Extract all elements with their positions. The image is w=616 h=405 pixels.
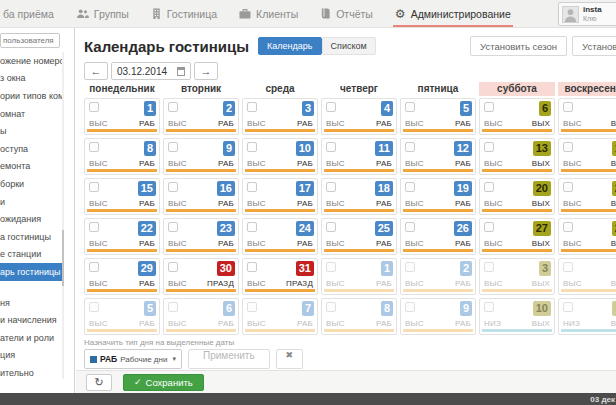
clear-selection-button[interactable]: ✖ — [276, 349, 304, 369]
day-checkbox[interactable] — [326, 222, 336, 232]
sidebar-item[interactable]: арь гостиницы — [0, 263, 62, 281]
day-checkbox[interactable] — [89, 142, 99, 152]
nav-item-groups[interactable]: Группы — [65, 0, 140, 28]
view-calendar-button[interactable]: Календарь — [258, 37, 321, 55]
nav-item-reception[interactable]: ба приёма — [0, 0, 65, 28]
day-checkbox[interactable] — [484, 182, 494, 192]
day-checkbox[interactable] — [168, 182, 178, 192]
view-list-button[interactable]: Списком — [322, 37, 376, 55]
day-checkbox[interactable] — [563, 262, 573, 272]
day-checkbox[interactable] — [247, 182, 257, 192]
day-checkbox[interactable] — [247, 222, 257, 232]
refresh-button[interactable]: ↻ — [86, 374, 112, 391]
calendar-day-cell[interactable]: 28ВЫСВЫХ — [558, 218, 616, 255]
calendar-day-cell[interactable]: 29ВЫСРАБ — [84, 258, 160, 295]
day-checkbox[interactable] — [326, 302, 336, 312]
user-filter-input[interactable]: пользователя — [0, 33, 60, 48]
day-checkbox[interactable] — [563, 102, 573, 112]
sidebar-item[interactable]: омнат — [0, 105, 62, 123]
day-checkbox[interactable] — [89, 302, 99, 312]
user-account-box[interactable]: insta Клю — [558, 2, 616, 26]
day-checkbox[interactable] — [484, 222, 494, 232]
day-checkbox[interactable] — [484, 142, 494, 152]
calendar-day-cell[interactable]: 13ВЫСВЫХ — [479, 138, 555, 175]
day-checkbox[interactable] — [563, 142, 573, 152]
calendar-day-cell[interactable]: 21ВЫСВЫХ — [558, 178, 616, 215]
sidebar-item[interactable]: ожидания — [0, 210, 62, 228]
calendar-icon[interactable] — [177, 67, 185, 76]
calendar-day-cell[interactable]: 8ВЫСРАБ — [321, 298, 397, 335]
sidebar-item[interactable]: и — [0, 193, 62, 211]
calendar-day-cell[interactable]: 12ВЫСРАБ — [400, 138, 476, 175]
calendar-day-cell[interactable]: 23ВЫСРАБ — [163, 218, 239, 255]
calendar-day-cell[interactable]: 5ВЫСРАБ — [400, 98, 476, 135]
prev-arrow-button[interactable]: ← — [84, 62, 108, 80]
calendar-day-cell[interactable]: 7ВЫСРАБ — [242, 298, 318, 335]
calendar-day-cell[interactable]: 11НИЗВЫХ — [558, 298, 616, 335]
day-checkbox[interactable] — [484, 302, 494, 312]
save-button[interactable]: ✓ Сохранить — [123, 374, 204, 391]
day-checkbox[interactable] — [326, 102, 336, 112]
nav-item-clients[interactable]: Клиенты — [228, 0, 309, 28]
set-daytype-button[interactable]: Установить т — [572, 36, 616, 56]
calendar-day-cell[interactable]: 15ВЫСРАБ — [84, 178, 160, 215]
calendar-day-cell[interactable]: 24ВЫСРАБ — [242, 218, 318, 255]
calendar-day-cell[interactable]: 14ВЫСВЫХ — [558, 138, 616, 175]
calendar-day-cell[interactable]: 6ВЫСРАБ — [163, 298, 239, 335]
calendar-day-cell[interactable]: 10ВЫСРАБ — [242, 138, 318, 175]
sidebar-item[interactable]: емонта — [0, 158, 62, 176]
sidebar-item[interactable]: з окна — [0, 70, 62, 88]
day-checkbox[interactable] — [405, 102, 415, 112]
calendar-day-cell[interactable]: 20ВЫСВЫХ — [479, 178, 555, 215]
calendar-day-cell[interactable]: 16ВЫСРАБ — [163, 178, 239, 215]
calendar-day-cell[interactable]: 9ВЫСРАБ — [163, 138, 239, 175]
calendar-day-cell[interactable]: 7ВЫСВЫХ — [558, 98, 616, 135]
calendar-day-cell[interactable]: 31ВЫСПРАЗД — [242, 258, 318, 295]
sidebar-item[interactable]: оступа — [0, 140, 62, 158]
day-checkbox[interactable] — [405, 302, 415, 312]
calendar-day-cell[interactable]: 2ВЫСРАБ — [163, 98, 239, 135]
calendar-day-cell[interactable]: 25ВЫСРАБ — [321, 218, 397, 255]
day-checkbox[interactable] — [168, 302, 178, 312]
sidebar-item[interactable]: и начисления — [0, 311, 62, 329]
day-checkbox[interactable] — [168, 102, 178, 112]
calendar-day-cell[interactable]: 17ВЫСРАБ — [242, 178, 318, 215]
sidebar-item[interactable]: ы — [0, 122, 62, 140]
calendar-day-cell[interactable]: 19ВЫСРАБ — [400, 178, 476, 215]
sidebar-scrollbar-thumb[interactable] — [62, 230, 64, 286]
calendar-day-cell[interactable]: 30ВЫСПРАЗД — [163, 258, 239, 295]
day-checkbox[interactable] — [405, 222, 415, 232]
calendar-day-cell[interactable]: 2ВЫСРАБ — [400, 258, 476, 295]
sidebar-item[interactable]: ительно — [0, 364, 62, 382]
calendar-day-cell[interactable]: 27ВЫСВЫХ — [479, 218, 555, 255]
sidebar-item[interactable]: ории типов комн... — [0, 87, 62, 105]
day-checkbox[interactable] — [89, 102, 99, 112]
calendar-day-cell[interactable]: 5ВЫСРАБ — [84, 298, 160, 335]
day-checkbox[interactable] — [405, 142, 415, 152]
nav-item-hotel[interactable]: Гостиница — [140, 0, 228, 28]
set-season-button[interactable]: Установить сезон — [470, 36, 567, 56]
nav-item-admin[interactable]: ⚙Администрирование — [384, 0, 522, 28]
calendar-day-cell[interactable]: 3ВЫСВЫХ — [479, 258, 555, 295]
sidebar-item[interactable]: ожение номеров — [0, 52, 62, 70]
sidebar-item[interactable]: а гостиницы — [0, 228, 62, 246]
day-checkbox[interactable] — [405, 262, 415, 272]
day-checkbox[interactable] — [168, 222, 178, 232]
day-checkbox[interactable] — [247, 302, 257, 312]
day-checkbox[interactable] — [563, 182, 573, 192]
day-checkbox[interactable] — [484, 102, 494, 112]
calendar-day-cell[interactable]: 22ВЫСРАБ — [84, 218, 160, 255]
calendar-day-cell[interactable]: 26ВЫСРАБ — [400, 218, 476, 255]
day-checkbox[interactable] — [326, 142, 336, 152]
day-checkbox[interactable] — [168, 142, 178, 152]
calendar-day-cell[interactable]: 9ВЫСРАБ — [400, 298, 476, 335]
sidebar-item[interactable]: е станции — [0, 246, 62, 264]
calendar-day-cell[interactable]: 1ВЫСРАБ — [84, 98, 160, 135]
day-checkbox[interactable] — [405, 182, 415, 192]
calendar-day-cell[interactable]: 18ВЫСРАБ — [321, 178, 397, 215]
calendar-day-cell[interactable]: 11ВЫСРАБ — [321, 138, 397, 175]
day-checkbox[interactable] — [89, 182, 99, 192]
day-checkbox[interactable] — [168, 262, 178, 272]
day-checkbox[interactable] — [484, 262, 494, 272]
sidebar-scrollbar[interactable] — [62, 52, 64, 379]
